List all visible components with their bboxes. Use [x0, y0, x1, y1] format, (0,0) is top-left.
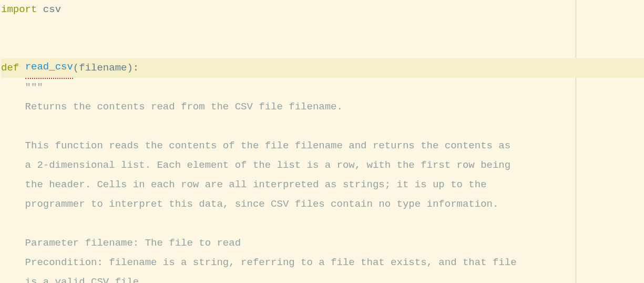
keyword-import: import [1, 0, 37, 19]
code-line [1, 39, 644, 58]
code-line-current: def read_csv(filename): [1, 58, 644, 78]
code-line [1, 214, 644, 234]
docstring-text: programmer to interpret this data, since… [25, 195, 499, 214]
code-line: import csv [1, 0, 644, 19]
indent [1, 136, 25, 156]
docstring-text: the header. Cells in each row are all in… [25, 175, 487, 195]
code-line [1, 19, 644, 39]
keyword-def: def [1, 58, 19, 78]
indent [1, 175, 25, 195]
code-line [1, 117, 644, 136]
docstring-text: Precondition: filename is a string, refe… [25, 253, 517, 272]
indent [1, 156, 25, 175]
indent [1, 253, 25, 272]
docstring-text: This function reads the contents of the … [25, 136, 511, 156]
code-line: a 2-dimensional list. Each element of th… [1, 156, 644, 175]
docstring-text: Returns the contents read from the CSV f… [25, 97, 343, 117]
code-line: is a valid CSV file [1, 272, 644, 283]
indent [1, 272, 25, 283]
docstring-text: Parameter filename: The file to read [25, 234, 241, 253]
code-editor[interactable]: import csv def read_csv(filename): """ R… [0, 0, 644, 283]
indent [1, 97, 25, 117]
space [19, 58, 25, 78]
code-content: import csv def read_csv(filename): """ R… [1, 0, 644, 283]
docstring-text: a 2-dimensional list. Each element of th… [25, 156, 511, 175]
indent [1, 234, 25, 253]
function-name: read_csv [25, 57, 73, 78]
code-line: Parameter filename: The file to read [1, 234, 644, 253]
docstring-text: is a valid CSV file [25, 272, 139, 283]
module-name: csv [37, 0, 61, 19]
code-line: the header. Cells in each row are all in… [1, 175, 644, 195]
code-line: programmer to interpret this data, since… [1, 195, 644, 214]
code-line: This function reads the contents of the … [1, 136, 644, 156]
docstring-open: """ [25, 78, 43, 97]
paren-close-colon: ): [127, 58, 139, 78]
code-line: """ [1, 78, 644, 97]
parameter: filename [79, 58, 127, 78]
code-line: Returns the contents read from the CSV f… [1, 97, 644, 117]
paren-open: ( [73, 58, 79, 78]
indent [1, 78, 25, 97]
indent [1, 195, 25, 214]
code-line: Precondition: filename is a string, refe… [1, 253, 644, 272]
